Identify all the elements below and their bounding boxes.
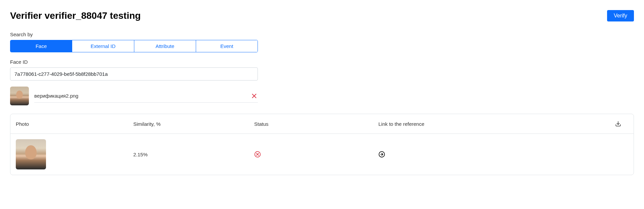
result-photo-thumbnail[interactable] [16,139,46,169]
column-similarity: Similarity, % [133,121,254,127]
search-tab-group: Face External ID Attribute Event [10,40,258,52]
arrow-right-circle-icon [378,151,385,158]
status-cell [254,151,378,158]
table-row: 2.15% [10,134,634,175]
column-status: Status [254,121,378,127]
table-header: Photo Similarity, % Status Link to the r… [10,114,634,134]
remove-file-button[interactable] [250,92,258,100]
tab-external-id[interactable]: External ID [72,40,134,52]
page-title: Verifier verifier_88047 testing [10,10,141,21]
download-button[interactable] [608,121,628,127]
tab-attribute[interactable]: Attribute [134,40,196,52]
file-name: верификация2.png [34,93,78,99]
column-link: Link to the reference [378,121,608,127]
file-thumbnail [10,87,29,105]
tab-event[interactable]: Event [196,40,258,52]
face-id-label: Face ID [10,59,634,65]
column-photo: Photo [16,121,133,127]
reference-link[interactable] [378,151,608,158]
uploaded-file-row: верификация2.png [10,87,258,105]
similarity-value: 2.15% [133,152,254,157]
close-icon [252,94,257,98]
verify-button[interactable]: Verify [607,10,634,21]
download-icon [615,121,621,127]
search-by-label: Search by [10,32,634,37]
status-fail-icon [254,151,261,158]
results-table: Photo Similarity, % Status Link to the r… [10,114,634,175]
result-photo-cell [16,139,133,169]
tab-face[interactable]: Face [10,40,72,52]
face-id-input[interactable] [10,67,258,81]
